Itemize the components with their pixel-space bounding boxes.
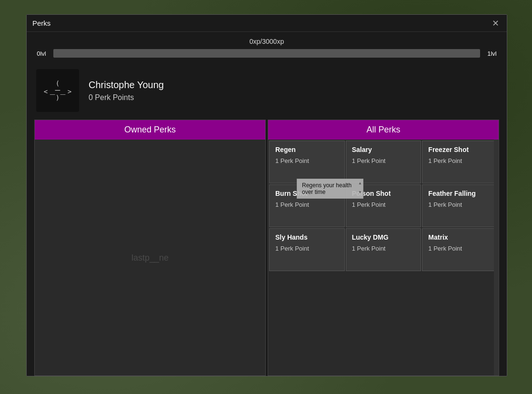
watermark-text: lastp__ne [131, 253, 169, 263]
perk-name: Poison Shot [352, 190, 415, 197]
perks-scrollbar[interactable] [494, 140, 499, 375]
perk-cost: 1 Perk Point [352, 245, 415, 252]
avatar: ( _—_ ) < > _ _ [36, 69, 79, 112]
player-perk-points: 0 Perk Points [89, 93, 164, 102]
avatar-icon: ( _—_ ) < > _ _ [41, 74, 74, 107]
player-name: Christophe Young [89, 80, 164, 91]
perk-cost: 1 Perk Point [352, 201, 415, 208]
perk-cost: 1 Perk Point [352, 157, 415, 164]
owned-perks-header: Owned Perks [35, 120, 265, 140]
perk-name: Freezer Shot [428, 146, 492, 153]
owned-perks-panel: Owned Perks lastp__ne [34, 120, 266, 376]
perk-name: Feather Falling [428, 190, 492, 197]
perk-name: Matrix [428, 233, 492, 241]
all-perks-header: All Perks [268, 120, 499, 140]
perk-name: Salary [352, 146, 415, 153]
xp-label: 0xp/3000xp [34, 38, 499, 45]
perk-cost: 1 Perk Point [275, 157, 339, 164]
svg-text:<: < [44, 88, 48, 95]
svg-text:_ _: _ _ [53, 102, 62, 107]
perk-name: Burn Shot [275, 190, 339, 197]
perk-name: Sly Hands [275, 233, 339, 241]
perk-cell-matrix[interactable]: Matrix1 Perk Point [422, 228, 498, 271]
perk-cell-poison-shot[interactable]: Poison Shot1 Perk Point [346, 184, 422, 227]
perk-cell-burn-shot[interactable]: Burn Shot1 Perk Point [269, 184, 345, 227]
svg-text:_—_: _—_ [50, 85, 66, 95]
xp-level-left: 0lvl [34, 50, 49, 57]
modal-titlebar: Perks ✕ [27, 15, 507, 32]
perk-cost: 1 Perk Point [428, 157, 492, 164]
owned-perks-body: lastp__ne [35, 140, 265, 375]
perk-cost: 1 Perk Point [275, 201, 339, 208]
all-perks-panel: All Perks Regen1 Perk PointSalary1 Perk … [268, 120, 499, 376]
perk-cell-regen[interactable]: Regen1 Perk Point [269, 141, 345, 183]
perk-cost: 1 Perk Point [428, 201, 492, 208]
xp-bar-container: 0lvl 1lvl [34, 49, 499, 58]
perks-modal: Perks ✕ 0xp/3000xp 0lvl 1lvl ( _—_ ) < >… [26, 14, 507, 376]
svg-text:>: > [68, 88, 71, 95]
perk-cell-lucky-dmg[interactable]: Lucky DMG1 Perk Point [346, 228, 422, 271]
perk-cell-feather-falling[interactable]: Feather Falling1 Perk Point [422, 184, 498, 227]
panels-container: Owned Perks lastp__ne All Perks Regen1 P… [27, 120, 507, 376]
perk-cost: 1 Perk Point [428, 245, 492, 252]
perk-cost: 1 Perk Point [275, 245, 339, 252]
close-button[interactable]: ✕ [490, 18, 501, 29]
all-perks-body: Regen1 Perk PointSalary1 Perk PointFreez… [268, 140, 499, 375]
all-perks-title: All Perks [366, 125, 400, 134]
owned-perks-title: Owned Perks [124, 125, 176, 134]
xp-level-right: 1lvl [485, 50, 499, 57]
perk-cell-salary[interactable]: Salary1 Perk Point [346, 141, 422, 183]
perk-cell-freezer-shot[interactable]: Freezer Shot1 Perk Point [422, 141, 498, 183]
perk-name: Lucky DMG [352, 233, 415, 241]
xp-bar-track [53, 49, 480, 58]
player-info: Christophe Young 0 Perk Points [89, 80, 164, 102]
player-section: ( _—_ ) < > _ _ Christophe Young 0 Perk … [27, 61, 507, 120]
perks-grid: Regen1 Perk PointSalary1 Perk PointFreez… [269, 141, 498, 271]
svg-text:): ) [56, 94, 60, 101]
perk-cell-sly-hands[interactable]: Sly Hands1 Perk Point [269, 228, 345, 271]
xp-section: 0xp/3000xp 0lvl 1lvl [27, 32, 507, 61]
modal-title: Perks [32, 19, 50, 27]
perk-name: Regen [275, 146, 339, 153]
